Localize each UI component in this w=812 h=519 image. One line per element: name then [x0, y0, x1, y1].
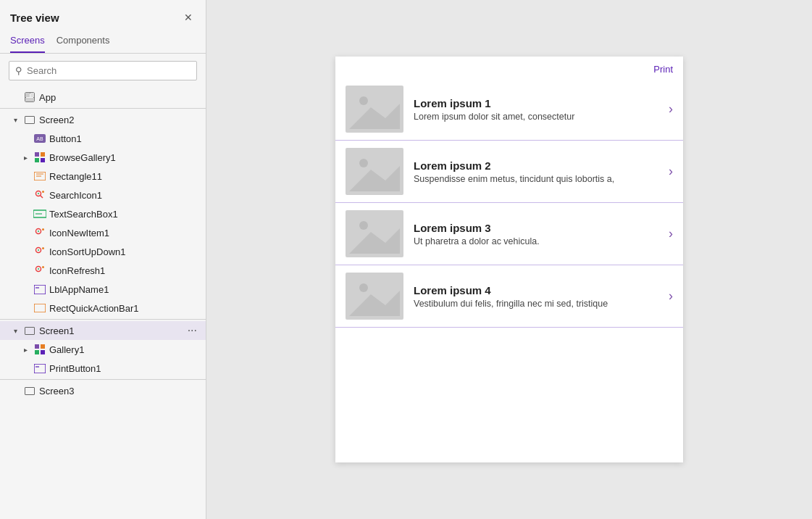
- textsearchbox1-icon: [33, 207, 46, 220]
- printbutton1-label: PrintButton1: [49, 363, 200, 374]
- svg-point-23: [38, 249, 39, 251]
- gallery1-label: Gallery1: [49, 344, 200, 355]
- item-subtitle-4: Vestibulum dui felis, fringilla nec mi s…: [414, 299, 658, 309]
- search-box: ⚲: [9, 61, 197, 80]
- svg-rect-34: [41, 350, 45, 354]
- item-subtitle-1: Lorem ipsum dolor sit amet, consectetur: [414, 112, 658, 122]
- app-preview: Print Lorem ipsum 1 Lorem ipsum dolor si…: [335, 57, 683, 462]
- sidebar-tabs: Screens Components: [0, 30, 206, 54]
- item-thumbnail-3: [346, 210, 403, 257]
- svg-point-38: [359, 96, 368, 105]
- lblappname1-icon: [33, 283, 46, 296]
- tree-item-browsegallery1[interactable]: BrowseGallery1: [0, 148, 206, 167]
- tree-item-printbutton1[interactable]: PrintButton1: [0, 359, 206, 378]
- item-subtitle-3: Ut pharetra a dolor ac vehicula.: [414, 236, 658, 246]
- tree-item-button1[interactable]: AB Button1: [0, 129, 206, 148]
- tree-item-gallery1[interactable]: Gallery1: [0, 340, 206, 359]
- screen2-label: Screen2: [39, 115, 200, 125]
- list-item[interactable]: Lorem ipsum 2 Suspendisse enim metus, ti…: [335, 141, 683, 203]
- svg-point-24: [42, 247, 44, 249]
- svg-rect-1: [25, 93, 30, 97]
- list-item[interactable]: Lorem ipsum 3 Ut pharetra a dolor ac veh…: [335, 203, 683, 265]
- sidebar-header: Tree view ✕: [0, 0, 206, 30]
- main-content: Print Lorem ipsum 1 Lorem ipsum dolor si…: [206, 0, 812, 519]
- search-icon: ⚲: [15, 65, 22, 76]
- print-link[interactable]: Print: [653, 64, 673, 75]
- tab-components[interactable]: Components: [56, 30, 110, 53]
- tree-item-lblappname1[interactable]: LblAppName1: [0, 280, 206, 299]
- gallery1-icon: [33, 343, 46, 356]
- item-subtitle-2: Suspendisse enim metus, tincidunt quis l…: [414, 174, 658, 184]
- svg-point-44: [359, 221, 368, 230]
- tab-screens[interactable]: Screens: [10, 30, 45, 53]
- screen1-context-menu[interactable]: ···: [185, 324, 200, 337]
- svg-rect-3: [25, 98, 34, 101]
- sidebar: Tree view ✕ Screens Components ⚲ App Scr…: [0, 0, 206, 519]
- tree-item-screen2[interactable]: Screen2: [0, 110, 206, 129]
- app-icon: [23, 91, 36, 104]
- tree-item-rectangle11[interactable]: Rectangle11: [0, 167, 206, 186]
- screen1-icon: [23, 324, 36, 337]
- screen1-label: Screen1: [39, 325, 182, 336]
- item-text-1: Lorem ipsum 1 Lorem ipsum dolor sit amet…: [414, 97, 658, 122]
- svg-rect-33: [35, 350, 39, 354]
- iconnewitem1-icon: [33, 226, 46, 239]
- item-thumbnail-1: [346, 86, 403, 133]
- gallery-list: Lorem ipsum 1 Lorem ipsum dolor sit amet…: [335, 78, 683, 462]
- browsegallery1-label: BrowseGallery1: [49, 152, 200, 163]
- svg-text:AB: AB: [36, 136, 43, 141]
- item-title-2: Lorem ipsum 2: [414, 159, 658, 172]
- tree-item-screen3[interactable]: Screen3: [0, 381, 206, 400]
- item-chevron-3: ›: [669, 226, 673, 241]
- lblappname1-label: LblAppName1: [49, 284, 200, 295]
- button1-icon: AB: [33, 132, 46, 145]
- svg-point-20: [38, 231, 39, 232]
- svg-point-15: [38, 193, 39, 194]
- svg-point-27: [42, 266, 44, 268]
- search-input[interactable]: [27, 65, 191, 76]
- svg-rect-8: [35, 158, 39, 162]
- screen2-icon: [23, 113, 36, 126]
- tree-view: App Screen2 AB Button1: [0, 88, 206, 519]
- item-text-3: Lorem ipsum 3 Ut pharetra a dolor ac veh…: [414, 222, 658, 246]
- searchicon1-label: SearchIcon1: [49, 190, 200, 201]
- tree-item-rectquickactionbar1[interactable]: RectQuickActionBar1: [0, 299, 206, 317]
- list-item[interactable]: Lorem ipsum 4 Vestibulum dui felis, frin…: [335, 265, 683, 328]
- item-thumbnail-4: [346, 273, 403, 320]
- svg-rect-9: [41, 158, 45, 162]
- list-item[interactable]: Lorem ipsum 1 Lorem ipsum dolor sit amet…: [335, 78, 683, 141]
- item-text-4: Lorem ipsum 4 Vestibulum dui felis, frin…: [414, 284, 658, 309]
- iconsortupdown1-label: IconSortUpDown1: [49, 246, 200, 257]
- chevron-browsegallery1[interactable]: [20, 154, 30, 162]
- svg-rect-32: [41, 344, 45, 349]
- screen3-label: Screen3: [39, 386, 200, 396]
- searchicon1-icon: [33, 188, 46, 202]
- item-title-3: Lorem ipsum 3: [414, 222, 658, 234]
- tree-item-searchicon1[interactable]: SearchIcon1: [0, 186, 206, 204]
- chevron-gallery1[interactable]: [20, 346, 30, 354]
- svg-point-47: [359, 283, 368, 292]
- textsearchbox1-label: TextSearchBox1: [49, 209, 200, 220]
- tree-item-iconnewitem1[interactable]: IconNewItem1: [0, 223, 206, 242]
- rectquickactionbar1-label: RectQuickActionBar1: [49, 303, 200, 314]
- svg-rect-6: [35, 152, 39, 157]
- svg-point-41: [359, 159, 368, 167]
- iconrefresh1-icon: [33, 264, 46, 277]
- svg-rect-35: [34, 364, 46, 373]
- close-button[interactable]: ✕: [181, 10, 196, 25]
- item-chevron-1: ›: [669, 101, 673, 117]
- tree-item-screen1[interactable]: Screen1 ···: [0, 321, 206, 340]
- tree-item-app[interactable]: App: [0, 88, 206, 107]
- tree-item-iconrefresh1[interactable]: IconRefresh1: [0, 261, 206, 280]
- rectquickactionbar1-icon: [33, 302, 46, 315]
- svg-rect-7: [41, 152, 45, 157]
- tree-item-iconsortupdown1[interactable]: IconSortUpDown1: [0, 242, 206, 261]
- item-thumbnail-2: [346, 148, 403, 195]
- svg-rect-2: [30, 93, 34, 97]
- screen3-icon: [23, 384, 36, 397]
- iconrefresh1-label: IconRefresh1: [49, 265, 200, 276]
- rectangle11-label: Rectangle11: [49, 171, 200, 182]
- iconnewitem1-label: IconNewItem1: [49, 228, 200, 238]
- item-chevron-4: ›: [669, 288, 673, 304]
- tree-item-textsearchbox1[interactable]: TextSearchBox1: [0, 204, 206, 223]
